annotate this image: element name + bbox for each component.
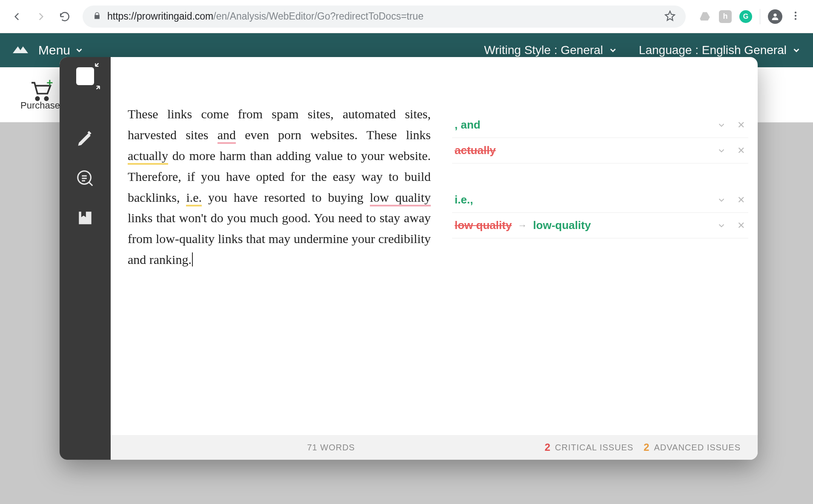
dismiss-icon[interactable]: ✕ <box>737 145 745 156</box>
reload-button[interactable] <box>55 7 74 26</box>
writing-style-label: Writing Style : General <box>484 43 603 57</box>
text-fragment: links that won't do you much good. You n… <box>128 211 431 266</box>
cart-icon: + <box>29 79 52 97</box>
plus-icon: + <box>46 76 53 89</box>
back-button[interactable] <box>8 7 26 26</box>
highlight-actually[interactable]: actually <box>128 149 168 165</box>
advanced-label: ADVANCED ISSUES <box>654 443 741 452</box>
svg-point-4 <box>36 97 39 100</box>
separator <box>760 9 760 24</box>
chevron-down-icon <box>792 46 801 55</box>
bookmark-icon[interactable] <box>76 209 94 229</box>
editor-body: These links come from spam sites, automa… <box>111 57 758 435</box>
suggestion-text: i.e., <box>455 193 473 206</box>
suggestion-item[interactable]: low quality → low-quality ✕ <box>452 213 748 238</box>
chevron-down-icon <box>74 46 84 55</box>
suggestion-text: , and <box>455 118 481 132</box>
editor-main: These links come from spam sites, automa… <box>111 57 758 460</box>
suggestions-pane: , and ✕ actually ✕ i.e., <box>447 57 758 435</box>
svg-point-0 <box>773 13 776 16</box>
suggestion-item[interactable]: i.e., ✕ <box>452 187 748 213</box>
critical-count: 2 <box>544 441 550 453</box>
critical-issues[interactable]: 2 CRITICAL ISSUES <box>544 441 633 453</box>
svg-point-2 <box>795 14 796 16</box>
editor-popup: These links come from spam sites, automa… <box>60 57 758 460</box>
arrow-out-icon <box>92 79 103 91</box>
dismiss-icon[interactable]: ✕ <box>737 120 745 131</box>
document-pane[interactable]: These links come from spam sites, automa… <box>111 57 447 435</box>
language-selector[interactable]: Language : English General <box>639 43 801 57</box>
lock-icon <box>93 11 101 22</box>
suggestion-text: actually <box>455 144 496 157</box>
writing-style-selector[interactable]: Writing Style : General <box>484 43 618 57</box>
suggestion-item[interactable]: , and ✕ <box>452 112 748 138</box>
browser-toolbar: https://prowritingaid.com/en/Analysis/We… <box>0 0 813 33</box>
dismiss-icon[interactable]: ✕ <box>737 195 745 206</box>
forward-button[interactable] <box>31 7 50 26</box>
advanced-count: 2 <box>644 441 650 453</box>
profile-avatar-icon[interactable] <box>768 9 782 24</box>
app-logo-icon[interactable] <box>12 44 29 57</box>
editor-footer: 71 WORDS 2 CRITICAL ISSUES 2 ADVANCED IS… <box>111 435 758 460</box>
bookmark-star-icon[interactable] <box>664 10 676 23</box>
svg-point-1 <box>795 11 796 13</box>
highlight-low-quality[interactable]: low quality <box>370 190 431 206</box>
menu-label: Menu <box>38 43 70 57</box>
suggestion-item[interactable]: actually ✕ <box>452 138 748 163</box>
chevron-down-icon[interactable] <box>717 195 726 205</box>
suggestion-to: low-quality <box>533 219 591 232</box>
word-count: 71 WORDS <box>128 443 534 452</box>
extension-icons: h G <box>694 9 805 24</box>
language-label: Language : English General <box>639 43 787 57</box>
highlight-and[interactable]: and <box>218 128 236 144</box>
document-text[interactable]: These links come from spam sites, automa… <box>128 104 431 270</box>
collapse-button[interactable] <box>76 67 94 85</box>
drive-icon[interactable] <box>698 10 711 23</box>
chevron-down-icon <box>608 46 618 55</box>
text-fragment: even porn websites. These links <box>236 128 431 142</box>
svg-point-6 <box>78 171 91 184</box>
honey-icon[interactable]: h <box>719 10 732 23</box>
browser-menu-icon[interactable] <box>790 10 801 23</box>
arrow-icon: → <box>518 220 527 231</box>
pen-icon[interactable] <box>76 129 94 150</box>
address-bar[interactable]: https://prowritingaid.com/en/Analysis/We… <box>83 6 686 28</box>
menu-button[interactable]: Menu <box>38 43 84 57</box>
suggestion-from: low quality <box>455 219 512 232</box>
critical-label: CRITICAL ISSUES <box>555 443 633 452</box>
advanced-issues[interactable]: 2 ADVANCED ISSUES <box>644 441 741 453</box>
highlight-ie[interactable]: i.e. <box>186 190 202 206</box>
text-fragment: you have resorted to buying <box>202 190 370 204</box>
editor-sidebar <box>60 57 111 460</box>
chevron-down-icon[interactable] <box>717 221 726 230</box>
svg-point-3 <box>795 18 796 20</box>
url-text: https://prowritingaid.com/en/Analysis/We… <box>107 11 424 22</box>
chevron-down-icon[interactable] <box>717 146 726 155</box>
document-search-icon[interactable] <box>75 169 95 190</box>
chevron-down-icon[interactable] <box>717 120 726 130</box>
grammarly-icon[interactable]: G <box>739 10 752 23</box>
dismiss-icon[interactable]: ✕ <box>737 220 745 231</box>
svg-point-5 <box>45 97 48 100</box>
arrow-in-icon <box>92 61 103 73</box>
